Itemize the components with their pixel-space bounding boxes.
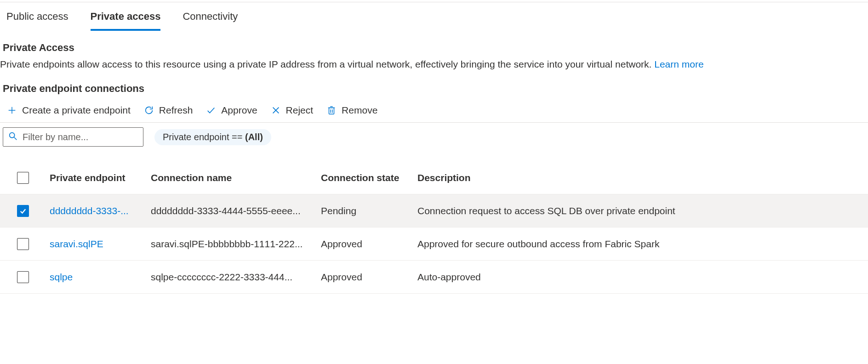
x-icon — [270, 105, 281, 116]
connection-state-cell: Approved — [317, 272, 414, 283]
endpoint-link[interactable]: saravi.sqlPE — [46, 239, 147, 250]
connection-name-cell: sqlpe-cccccccc-2222-3333-444... — [147, 272, 317, 283]
row-checkbox[interactable] — [17, 238, 29, 250]
endpoint-link[interactable]: dddddddd-3333-... — [46, 205, 147, 216]
search-icon — [8, 131, 18, 143]
col-description[interactable]: Description — [414, 172, 868, 183]
learn-more-link[interactable]: Learn more — [654, 59, 703, 69]
connections-toolbar: Create a private endpoint Refresh Approv… — [0, 101, 868, 123]
col-private-endpoint[interactable]: Private endpoint — [46, 172, 147, 183]
approve-label: Approve — [221, 105, 257, 116]
plus-icon — [6, 105, 17, 116]
connection-name-cell: saravi.sqlPE-bbbbbbbb-1111-222... — [147, 239, 317, 250]
filter-row: Private endpoint == (All) — [0, 123, 868, 150]
endpoint-link[interactable]: sqlpe — [46, 272, 147, 283]
trash-icon — [326, 105, 337, 116]
table-header: Private endpoint Connection name Connect… — [0, 161, 868, 194]
create-private-endpoint-label: Create a private endpoint — [22, 105, 131, 116]
description-cell: Approved for secure outbound access from… — [414, 239, 868, 250]
description-cell: Connection request to access SQL DB over… — [414, 205, 868, 216]
row-checkbox[interactable] — [17, 205, 29, 217]
connection-state-cell: Approved — [317, 239, 414, 250]
refresh-label: Refresh — [159, 105, 193, 116]
refresh-icon — [143, 105, 154, 116]
reject-button[interactable]: Reject — [270, 105, 314, 116]
table-row[interactable]: dddddddd-3333-... dddddddd-3333-4444-555… — [0, 194, 868, 228]
tab-public-access[interactable]: Public access — [6, 11, 69, 31]
svg-rect-4 — [329, 108, 334, 114]
remove-button[interactable]: Remove — [326, 105, 377, 116]
table-row[interactable]: saravi.sqlPE saravi.sqlPE-bbbbbbbb-1111-… — [0, 228, 868, 261]
svg-line-10 — [14, 137, 17, 140]
col-connection-name[interactable]: Connection name — [147, 172, 317, 183]
filter-pill-value: (All) — [245, 132, 263, 142]
tab-private-access[interactable]: Private access — [91, 11, 161, 31]
connections-table: Private endpoint Connection name Connect… — [0, 161, 868, 294]
create-private-endpoint-button[interactable]: Create a private endpoint — [6, 105, 131, 116]
refresh-button[interactable]: Refresh — [143, 105, 193, 116]
private-access-description-text: Private endpoints allow access to this r… — [0, 59, 654, 69]
filter-pill-prefix: Private endpoint == — [163, 132, 245, 142]
approve-button[interactable]: Approve — [206, 105, 257, 116]
filter-pill-private-endpoint[interactable]: Private endpoint == (All) — [154, 129, 271, 145]
connections-heading: Private endpoint connections — [0, 71, 868, 101]
private-access-heading: Private Access — [0, 31, 868, 57]
remove-label: Remove — [342, 105, 377, 116]
svg-point-9 — [10, 133, 15, 138]
select-all-checkbox[interactable] — [17, 172, 29, 184]
filter-input[interactable] — [23, 132, 139, 142]
connection-name-cell: dddddddd-3333-4444-5555-eeee... — [147, 205, 317, 216]
col-connection-state[interactable]: Connection state — [317, 172, 414, 183]
private-access-description: Private endpoints allow access to this r… — [0, 57, 868, 71]
tabs-container: Public access Private access Connectivit… — [0, 2, 868, 31]
reject-label: Reject — [286, 105, 314, 116]
check-icon — [206, 105, 217, 116]
filter-input-wrap[interactable] — [3, 127, 143, 147]
tab-connectivity[interactable]: Connectivity — [183, 11, 238, 31]
description-cell: Auto-approved — [414, 272, 868, 283]
row-checkbox[interactable] — [17, 271, 29, 283]
table-row[interactable]: sqlpe sqlpe-cccccccc-2222-3333-444... Ap… — [0, 261, 868, 294]
connection-state-cell: Pending — [317, 205, 414, 216]
